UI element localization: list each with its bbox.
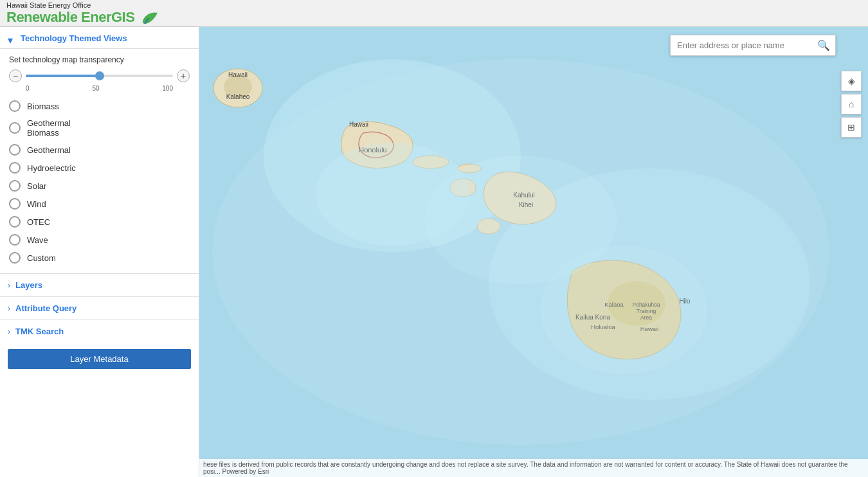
org-name: Hawaii State Energy Office [6, 1, 160, 9]
technology-section-content: Set technology map transparency − + 0 [0, 49, 199, 273]
radio-item-hydroelectric[interactable]: Hydroelectric [9, 159, 190, 177]
technology-radio-list: Biomass GeothermalBiomass Geothermal Hyd… [9, 97, 190, 267]
radio-label-hydroelectric: Hydroelectric [27, 163, 76, 173]
radio-label-geothermal-biomass: GeothermalBiomass [27, 118, 71, 138]
title-part2: GIS [111, 9, 134, 25]
slider-plus-btn[interactable]: + [177, 69, 190, 82]
plus-icon: + [181, 71, 186, 81]
slider-label-max: 100 [162, 85, 173, 92]
radio-label-solar: Solar [27, 181, 46, 191]
leaf-icon [140, 12, 160, 24]
compass-icon: ◈ [848, 76, 855, 86]
radio-circle-custom[interactable] [9, 252, 21, 264]
search-button[interactable]: 🔍 [812, 35, 835, 55]
radio-circle-hydroelectric[interactable] [9, 162, 21, 174]
sidebar: ▾ Technology Themed Views Set technology… [0, 27, 199, 477]
search-input[interactable] [671, 37, 812, 54]
tmk-search-chevron-icon: › [8, 327, 10, 336]
transparency-slider-row: − + [9, 69, 190, 82]
grid-button[interactable]: ⊞ [841, 117, 862, 138]
minus-icon: − [13, 71, 18, 81]
slider-label-mid: 50 [92, 85, 99, 92]
radio-circle-biomass[interactable] [9, 100, 21, 112]
radio-label-custom: Custom [27, 253, 56, 263]
search-bar: 🔍 [670, 35, 836, 56]
technology-chevron-icon: ▾ [8, 34, 17, 43]
home-button[interactable]: ⌂ [841, 94, 862, 114]
radio-item-custom[interactable]: Custom [9, 249, 190, 267]
layer-metadata-button[interactable]: Layer Metadata [8, 349, 191, 369]
radio-label-wave: Wave [27, 235, 48, 245]
radio-label-biomass: Biomass [27, 102, 59, 111]
radio-label-otec: OTEC [27, 217, 50, 227]
slider-track[interactable] [26, 75, 173, 77]
radio-label-wind: Wind [27, 199, 46, 209]
sidebar-scroll[interactable]: ▾ Technology Themed Views Set technology… [0, 27, 199, 477]
app-header: Hawaii State Energy Office Renewable Ene… [0, 0, 868, 27]
radio-label-geothermal: Geothermal [27, 145, 71, 155]
tmk-search-section: › TMK Search [0, 320, 199, 343]
title-part1: Renewable Ener [6, 9, 111, 25]
svg-text:Hawaii: Hawaii [228, 71, 248, 78]
app-title: Renewable EnerGIS [6, 9, 160, 26]
tmk-search-label: TMK Search [15, 327, 64, 336]
radio-item-wave[interactable]: Wave [9, 231, 190, 249]
slider-thumb[interactable] [95, 71, 104, 80]
tmk-search-header[interactable]: › TMK Search [0, 320, 199, 343]
radio-item-geothermal-biomass[interactable]: GeothermalBiomass [9, 115, 190, 141]
main-container: ▾ Technology Themed Views Set technology… [0, 27, 868, 477]
map-controls: ◈ ⌂ ⊞ [841, 35, 862, 138]
slider-labels: 0 50 100 [9, 85, 190, 92]
radio-item-geothermal[interactable]: Geothermal [9, 141, 190, 159]
slider-fill [26, 75, 100, 77]
radio-circle-wind[interactable] [9, 198, 21, 210]
radio-circle-solar[interactable] [9, 180, 21, 192]
transparency-label: Set technology map transparency [9, 55, 190, 64]
map-background: Honolulu Hawaii Kahului Kihei [199, 27, 868, 477]
technology-section-title: Technology Themed Views [21, 33, 127, 43]
slider-minus-btn[interactable]: − [9, 69, 22, 82]
attribute-query-header[interactable]: › Attribute Query [0, 297, 199, 320]
radio-circle-wave[interactable] [9, 234, 21, 246]
layers-section: › Layers [0, 273, 199, 296]
map-container: Honolulu Hawaii Kahului Kihei [199, 27, 868, 477]
search-icon: 🔍 [817, 40, 830, 51]
home-icon: ⌂ [849, 99, 854, 109]
radio-item-otec[interactable]: OTEC [9, 213, 190, 231]
layers-header[interactable]: › Layers [0, 274, 199, 296]
svg-text:Hawaii: Hawaii [349, 121, 368, 128]
grid-icon: ⊞ [847, 122, 855, 132]
svg-point-27 [540, 246, 707, 374]
radio-circle-otec[interactable] [9, 216, 21, 228]
compass-button[interactable]: ◈ [841, 71, 862, 91]
radio-item-biomass[interactable]: Biomass [9, 97, 190, 115]
svg-text:Kalaheo: Kalaheo [226, 93, 250, 100]
map-footer: hese files is derived from public record… [199, 459, 868, 477]
radio-circle-geothermal-biomass[interactable] [9, 122, 21, 134]
map-footer-text: hese files is derived from public record… [203, 461, 848, 475]
layers-label: Layers [15, 280, 42, 290]
attribute-query-label: Attribute Query [15, 303, 77, 313]
layers-chevron-icon: › [8, 281, 10, 290]
radio-item-solar[interactable]: Solar [9, 177, 190, 195]
attribute-query-chevron-icon: › [8, 304, 10, 313]
technology-section-header[interactable]: ▾ Technology Themed Views [0, 27, 199, 49]
slider-label-min: 0 [26, 85, 30, 92]
radio-circle-geothermal[interactable] [9, 144, 21, 156]
radio-item-wind[interactable]: Wind [9, 195, 190, 213]
attribute-query-section: › Attribute Query [0, 296, 199, 320]
logo-area: Hawaii State Energy Office Renewable Ene… [6, 1, 160, 26]
